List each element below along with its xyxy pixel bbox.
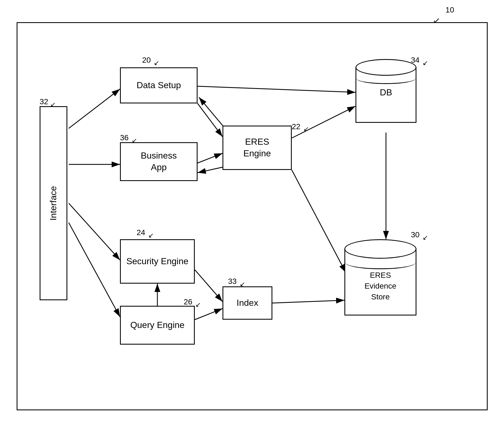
svg-line-11 xyxy=(292,106,355,138)
data-setup-label: Data Setup xyxy=(137,80,181,91)
ref-query-engine: 26 xyxy=(184,297,192,306)
diagram-container: Interface 32 ↙ Data Setup 20 ↙ BusinessA… xyxy=(17,22,488,410)
ref-arrow-business-app: ↙ xyxy=(132,137,137,144)
svg-line-8 xyxy=(198,153,222,163)
svg-line-9 xyxy=(198,167,222,173)
svg-line-2 xyxy=(69,89,120,128)
security-engine-label: Security Engine xyxy=(126,256,188,267)
ref-arrow-db: ↙ xyxy=(423,59,428,67)
db-cylinder: DB xyxy=(355,59,416,131)
box-interface: Interface xyxy=(40,106,67,300)
svg-line-4 xyxy=(69,203,120,260)
box-data-setup: Data Setup xyxy=(120,67,198,103)
ref-arrow-security-engine: ↙ xyxy=(148,231,154,239)
box-query-engine: Query Engine xyxy=(120,306,195,345)
svg-line-14 xyxy=(195,270,222,302)
ref-data-setup: 20 xyxy=(142,56,151,65)
svg-line-6 xyxy=(198,86,355,92)
ref-arrow-index: ↙ xyxy=(240,280,245,288)
ref-arrow-query-engine: ↙ xyxy=(195,301,201,309)
ref-interface: 32 xyxy=(40,97,48,106)
box-eres-engine: ERESEngine xyxy=(222,126,292,170)
ref-arrow-eres-store: ↙ xyxy=(423,234,428,241)
svg-line-16 xyxy=(195,309,222,320)
ref-arrow-eres-engine: ↙ xyxy=(303,125,309,133)
svg-line-5 xyxy=(69,223,120,317)
box-business-app: BusinessApp xyxy=(120,142,198,181)
interface-label: Interface xyxy=(48,186,59,221)
svg-line-17 xyxy=(272,300,344,303)
box-security-engine: Security Engine xyxy=(120,239,195,284)
eres-store-label: ERESEvidenceStore xyxy=(344,270,416,302)
query-engine-label: Query Engine xyxy=(130,319,185,331)
svg-line-12 xyxy=(292,170,346,273)
ref-eres-store: 30 xyxy=(411,230,419,239)
db-label: DB xyxy=(355,87,416,98)
ref-business-app: 36 xyxy=(120,133,129,142)
ref-index: 33 xyxy=(228,277,237,286)
diagram-arrows xyxy=(17,23,488,411)
ref-arrow-interface: ↙ xyxy=(50,101,56,108)
svg-line-7 xyxy=(198,103,222,137)
ref-arrow-data-setup: ↙ xyxy=(154,59,159,67)
business-app-label: BusinessApp xyxy=(141,150,177,173)
eres-engine-label: ERESEngine xyxy=(243,136,271,159)
eres-store-cylinder: ERESEvidenceStore xyxy=(344,239,416,322)
box-index: Index xyxy=(222,286,272,320)
svg-line-10 xyxy=(199,97,224,127)
ref-eres-engine: 22 xyxy=(292,122,300,131)
ref-security-engine: 24 xyxy=(137,228,145,237)
ref-10: 10 xyxy=(446,6,454,14)
index-label: Index xyxy=(237,297,258,309)
